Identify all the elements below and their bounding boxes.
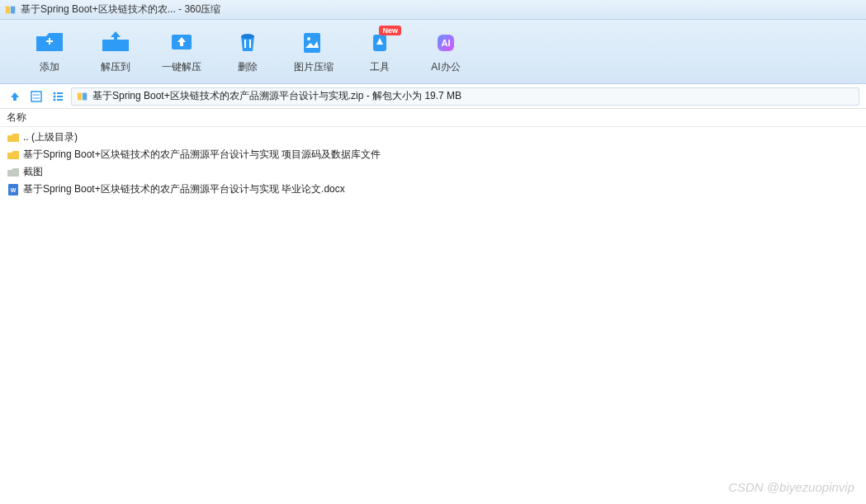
titlebar: 基于Spring Boot+区块链技术的农... - 360压缩 bbox=[0, 0, 866, 20]
delete-icon bbox=[233, 29, 263, 55]
app-icon bbox=[5, 4, 17, 16]
extract-to-icon bbox=[101, 29, 130, 55]
folder-icon bbox=[7, 166, 20, 179]
toolbar-delete[interactable]: 删除 bbox=[215, 29, 281, 74]
svg-rect-22 bbox=[78, 92, 82, 100]
svg-rect-19 bbox=[57, 96, 63, 97]
titlebar-text: 基于Spring Boot+区块链技术的农... - 360压缩 bbox=[21, 2, 220, 16]
toolbar-label: 添加 bbox=[40, 60, 59, 74]
file-list: .. (上级目录) 基于Spring Boot+区块链技术的农产品溯源平台设计与… bbox=[0, 127, 866, 200]
new-badge: New bbox=[379, 26, 401, 35]
item-name: .. (上级目录) bbox=[23, 130, 78, 144]
svg-point-5 bbox=[241, 34, 254, 39]
svg-rect-13 bbox=[31, 92, 41, 101]
folder-icon bbox=[7, 148, 20, 162]
list-item-up[interactable]: .. (上级目录) bbox=[7, 129, 859, 146]
toolbar-tools[interactable]: New 工具 bbox=[347, 29, 413, 74]
archive-icon bbox=[77, 91, 88, 102]
extract-one-icon bbox=[167, 29, 196, 55]
toolbar-label: 工具 bbox=[370, 60, 390, 74]
column-header-row: 名称 bbox=[0, 109, 866, 127]
list-item-folder[interactable]: 基于Spring Boot+区块链技术的农产品溯源平台设计与实现 项目源码及数据… bbox=[7, 146, 859, 163]
svg-text:W: W bbox=[11, 187, 17, 193]
toolbar-extract-to[interactable]: 解压到 bbox=[83, 29, 149, 74]
toolbar-ai[interactable]: AI AI办公 bbox=[413, 29, 479, 74]
folder-up-icon bbox=[7, 131, 20, 144]
toolbar-image-compress[interactable]: 图片压缩 bbox=[281, 29, 347, 74]
svg-rect-6 bbox=[244, 40, 246, 48]
nav-up-button[interactable] bbox=[7, 88, 23, 105]
ai-icon: AI bbox=[431, 29, 461, 55]
toolbar-label: AI办公 bbox=[431, 60, 460, 74]
svg-point-16 bbox=[54, 92, 56, 94]
svg-rect-1 bbox=[11, 6, 15, 13]
svg-rect-8 bbox=[304, 33, 320, 53]
view-details-button[interactable] bbox=[28, 88, 45, 105]
list-item-folder[interactable]: 截图 bbox=[7, 163, 859, 181]
watermark: CSDN @biyezuopinvip bbox=[728, 480, 854, 494]
svg-point-9 bbox=[307, 37, 310, 40]
toolbar-label: 图片压缩 bbox=[294, 60, 334, 74]
view-list-button[interactable] bbox=[50, 88, 66, 105]
svg-point-20 bbox=[54, 98, 56, 101]
pathbar: 基于Spring Boot+区块链技术的农产品溯源平台设计与实现.zip - 解… bbox=[0, 84, 866, 109]
svg-rect-23 bbox=[83, 92, 87, 100]
item-name: 截图 bbox=[23, 165, 43, 179]
item-name: 基于Spring Boot+区块链技术的农产品溯源平台设计与实现 项目源码及数据… bbox=[23, 148, 381, 162]
image-compress-icon bbox=[299, 29, 329, 55]
add-folder-icon bbox=[35, 29, 64, 55]
toolbar: 添加 解压到 一键解压 删除 图片压缩 New 工具 AI AI办公 bbox=[0, 20, 866, 84]
toolbar-extract-one[interactable]: 一键解压 bbox=[149, 29, 215, 74]
toolbar-label: 解压到 bbox=[101, 60, 130, 74]
docx-icon: W bbox=[7, 183, 20, 196]
svg-rect-21 bbox=[57, 99, 63, 101]
svg-rect-3 bbox=[49, 38, 50, 45]
item-name: 基于Spring Boot+区块链技术的农产品溯源平台设计与实现 毕业论文.do… bbox=[23, 182, 345, 196]
svg-rect-17 bbox=[57, 92, 63, 94]
svg-rect-7 bbox=[249, 40, 251, 48]
svg-point-18 bbox=[54, 95, 56, 97]
path-text: 基于Spring Boot+区块链技术的农产品溯源平台设计与实现.zip - 解… bbox=[92, 89, 461, 103]
list-item-docx[interactable]: W 基于Spring Boot+区块链技术的农产品溯源平台设计与实现 毕业论文.… bbox=[7, 181, 859, 198]
toolbar-label: 一键解压 bbox=[162, 60, 201, 74]
svg-rect-0 bbox=[6, 6, 10, 13]
toolbar-add[interactable]: 添加 bbox=[17, 29, 83, 74]
svg-text:AI: AI bbox=[442, 38, 451, 48]
toolbar-label: 删除 bbox=[238, 60, 258, 74]
path-input[interactable]: 基于Spring Boot+区块链技术的农产品溯源平台设计与实现.zip - 解… bbox=[71, 87, 859, 106]
column-name-header[interactable]: 名称 bbox=[7, 111, 26, 125]
